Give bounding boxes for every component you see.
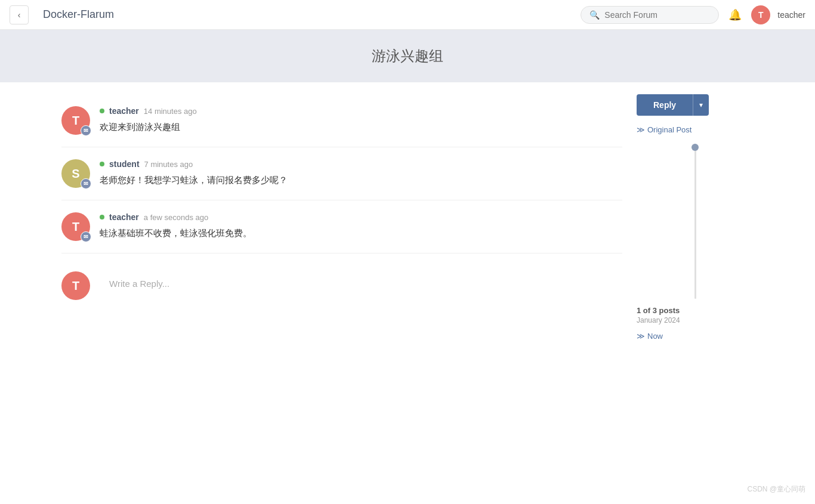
chevron-up-icon: ≫ [637,125,645,134]
now-label: Now [647,332,663,341]
post-content: teacher a few seconds ago 蛙泳基础班不收费，蛙泳强化班… [100,212,622,241]
sidebar: Reply ▾ ≫ Original Post 1 of 3 posts Jan… [622,82,754,353]
reply-input[interactable]: Write a Reply... [100,271,622,296]
original-post-label: Original Post [647,125,691,134]
page-title: 游泳兴趣组 [0,47,815,66]
table-row: T ✉ teacher a few seconds ago 蛙泳基础班不收费，蛙… [61,200,622,253]
reply-dropdown-button[interactable]: ▾ [693,94,709,116]
timeline-bar [694,144,696,299]
chevron-down-icon: ≫ [637,332,645,341]
search-box[interactable]: 🔍 [581,6,719,24]
chevron-down-icon: ▾ [699,101,703,109]
reply-avatar: T [61,271,90,300]
original-post-link[interactable]: ≫ Original Post [637,125,754,134]
search-input[interactable] [604,10,710,20]
avatar: T ✉ [61,106,90,135]
post-time: 7 minutes ago [144,160,193,169]
avatar-badge: ✉ [81,231,91,242]
username-label[interactable]: teacher [777,10,805,20]
posts-date: January 2024 [637,316,754,324]
post-text: 蛙泳基础班不收费，蛙泳强化班免费。 [100,227,622,240]
search-icon: 🔍 [589,10,600,20]
avatar: S ✉ [61,159,90,188]
post-author: teacher [109,106,139,116]
reply-button-group: Reply ▾ [637,94,754,116]
back-icon: ‹ [18,10,21,20]
posts-count: 1 of 3 posts [637,306,754,315]
post-content: student 7 minutes ago 老师您好！我想学习蛙泳，请问报名费多… [100,159,622,188]
app-title: Docker-Flarum [43,8,114,21]
online-indicator [100,215,104,219]
post-content: teacher 14 minutes ago 欢迎来到游泳兴趣组 [100,106,622,135]
avatar-badge: ✉ [81,125,91,136]
post-time: 14 minutes ago [144,107,197,116]
page-banner: 游泳兴趣组 [0,30,815,82]
online-indicator [100,109,104,113]
post-time: a few seconds ago [144,213,208,222]
avatar-badge: ✉ [81,178,91,189]
notification-button[interactable]: 🔔 [726,6,744,24]
post-meta: student 7 minutes ago [100,159,622,169]
user-avatar[interactable]: T [751,5,770,24]
reply-button[interactable]: Reply [637,94,693,116]
avatar: T ✉ [61,212,90,241]
post-author: student [109,159,140,169]
post-meta: teacher a few seconds ago [100,212,622,222]
reply-area: T Write a Reply... [61,253,622,318]
notification-icon: 🔔 [728,9,742,21]
now-link[interactable]: ≫ Now [637,332,754,341]
header-right: 🔍 🔔 T teacher [581,5,805,24]
online-indicator [100,162,104,166]
post-text: 老师您好！我想学习蛙泳，请问报名费多少呢？ [100,174,622,187]
post-meta: teacher 14 minutes ago [100,106,622,116]
timeline [637,144,754,299]
posts-area: T ✉ teacher 14 minutes ago 欢迎来到游泳兴趣组 S ✉ [61,82,622,353]
table-row: T ✉ teacher 14 minutes ago 欢迎来到游泳兴趣组 [61,94,622,147]
post-text: 欢迎来到游泳兴趣组 [100,120,622,134]
back-button[interactable]: ‹ [10,5,29,24]
timeline-indicator [691,144,699,151]
header: ‹ Docker-Flarum 🔍 🔔 T teacher [0,0,815,30]
main-layout: T ✉ teacher 14 minutes ago 欢迎来到游泳兴趣组 S ✉ [50,82,765,353]
post-author: teacher [109,212,139,222]
table-row: S ✉ student 7 minutes ago 老师您好！我想学习蛙泳，请问… [61,147,622,200]
